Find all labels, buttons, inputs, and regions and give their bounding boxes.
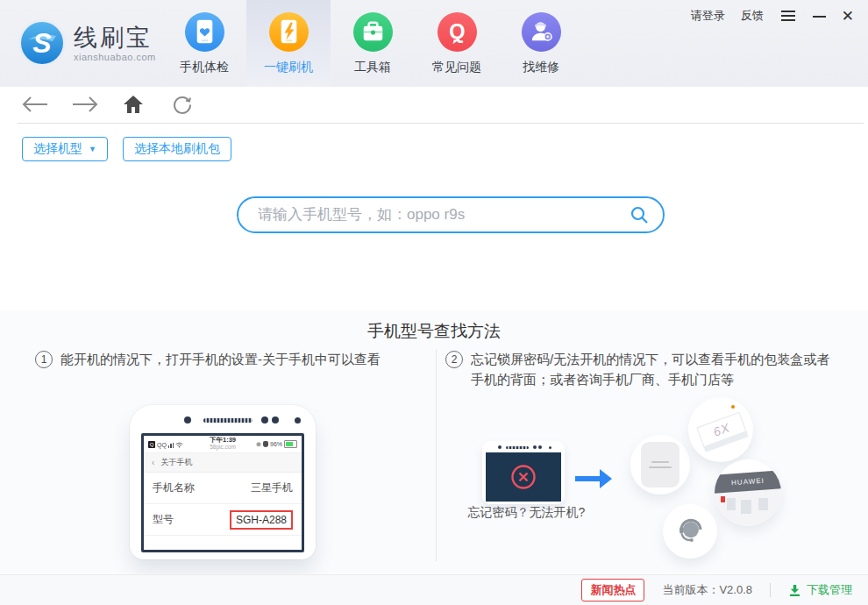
nav-label: 找维修: [523, 60, 559, 75]
search-icon[interactable]: [630, 205, 649, 224]
packaging-box: 6X: [696, 412, 746, 447]
logo-icon: S: [18, 18, 67, 68]
tab-toolbox[interactable]: 工具箱: [331, 0, 415, 87]
status-time: 下午1:39: [144, 437, 302, 444]
battery-icon: [284, 440, 297, 448]
model-label: 型号: [153, 512, 174, 527]
settings-screen: Q QQ 下午1:39 58pic.com ⊕: [141, 433, 304, 552]
model-value-highlight: SGH-A288: [230, 510, 293, 530]
status-bar-footer: 新闻热点 当前版本：V2.0.8 下载管理: [0, 574, 868, 605]
method-1: 1 能开机的情况下，打开手机的设置-关于手机中可以查看: [35, 349, 425, 369]
method-1-number: 1: [35, 351, 53, 368]
method-2-text: 忘记锁屏密码/无法开机的情况下，可以查看手机的包装盒或者手机的背面；或者咨询手机…: [471, 349, 842, 389]
tab-faq[interactable]: Q 常见问题: [415, 0, 499, 87]
column-divider: [436, 349, 437, 561]
model-lookup-guide: 手机型号查找方法 1 能开机的情况下，打开手机的设置-关于手机中可以查看 2 忘…: [0, 310, 868, 573]
phone-name-value: 三星手机: [251, 480, 293, 495]
app-header: S 线刷宝 xianshuabao.com 手机体检: [0, 0, 868, 87]
phone-name-row: 手机名称 三星手机: [144, 473, 302, 504]
toolbar-divider: [18, 123, 864, 124]
toolbox-icon: [352, 11, 394, 53]
model-search-box: [237, 196, 665, 233]
tab-phone-checkup[interactable]: 手机体检: [162, 0, 246, 87]
version-label: 当前版本：V2.0.8: [662, 582, 752, 598]
box-logo-dot: [731, 405, 735, 409]
tab-one-key-flash[interactable]: 一键刷机: [246, 0, 331, 87]
method-1-text: 能开机的情况下，打开手机的设置-关于手机中可以查看: [60, 349, 381, 369]
phone-checkup-icon: [184, 11, 225, 53]
error-screen: [486, 452, 561, 502]
nav-label: 工具箱: [354, 60, 391, 75]
close-button[interactable]: ✕: [842, 9, 854, 24]
tab-find-repair[interactable]: 找维修: [499, 0, 583, 87]
brand-domain: xianshuabao.com: [74, 52, 156, 62]
model-row: 型号 SGH-A288: [144, 504, 302, 536]
news-hotspot-button[interactable]: 新闻热点: [581, 579, 644, 601]
store-flag: [721, 496, 725, 502]
status-bar: Q QQ 下午1:39 58pic.com ⊕: [144, 436, 302, 453]
menu-icon[interactable]: [779, 9, 797, 23]
speaker-grille: [203, 418, 253, 423]
download-icon: [788, 584, 801, 597]
method-2-number: 2: [445, 351, 463, 368]
phone-back-label: [641, 442, 679, 488]
about-phone-title: 关于手机: [160, 457, 192, 468]
select-model-label: 选择机型: [33, 141, 82, 157]
settings-phone-illustration: Q QQ 下午1:39 58pic.com ⊕: [130, 405, 316, 559]
nav-label: 手机体检: [180, 60, 229, 75]
refresh-icon[interactable]: [172, 94, 193, 118]
sensor-dot: [261, 416, 268, 424]
minimize-button[interactable]: [813, 16, 826, 18]
app-logo: S 线刷宝 xianshuabao.com: [18, 18, 156, 68]
packaging-box-circle: 6X: [688, 397, 753, 462]
error-x-icon: [509, 463, 537, 491]
box-model-label: 6X: [711, 420, 731, 439]
model-search-input[interactable]: [238, 206, 630, 224]
guide-title: 手机型号查找方法: [0, 320, 868, 343]
customer-service-icon: [673, 516, 707, 546]
nav-label: 一键刷机: [264, 60, 313, 75]
store-sign-text: HUAWEI: [731, 477, 765, 488]
faq-icon: Q: [437, 11, 478, 53]
main-nav: 手机体检 一键刷机: [162, 0, 583, 87]
footer-divider: [770, 583, 771, 597]
sensor-dot: [272, 416, 279, 424]
method-2: 2 忘记锁屏密码/无法开机的情况下，可以查看手机的包装盒或者手机的背面；或者咨询…: [445, 349, 842, 389]
select-model-button[interactable]: 选择机型 ▼: [22, 137, 108, 161]
browser-toolbar: [0, 87, 868, 123]
nav-label: 常见问题: [432, 60, 481, 75]
one-key-flash-icon: [268, 11, 309, 53]
chevron-down-icon: ▼: [89, 146, 96, 153]
select-local-package-label: 选择本地刷机包: [134, 141, 220, 157]
phone-back-label-circle: [630, 435, 690, 495]
camera-dot: [184, 416, 191, 424]
locked-phone-illustration: [482, 441, 565, 504]
back-icon[interactable]: [21, 95, 49, 117]
forward-icon[interactable]: [71, 95, 99, 117]
feedback-link[interactable]: 反馈: [741, 8, 764, 24]
camera-dot: [295, 417, 301, 424]
svg-text:S: S: [32, 27, 52, 59]
find-repair-icon: [521, 11, 562, 53]
brand-store-circle: HUAWEI: [715, 459, 781, 526]
watermark: 58pic.com: [144, 444, 302, 451]
brand-name: 线刷宝: [74, 25, 156, 51]
download-manager-label: 下载管理: [807, 582, 852, 598]
locked-phone-caption: 忘记密码？无法开机?: [463, 505, 590, 521]
login-link[interactable]: 请登录: [691, 8, 725, 24]
download-manager-button[interactable]: 下载管理: [788, 582, 852, 598]
home-icon[interactable]: [123, 94, 144, 118]
phone-name-label: 手机名称: [153, 480, 195, 495]
arrow-right-icon: [573, 466, 614, 495]
select-local-package-button[interactable]: 选择本地刷机包: [123, 137, 231, 161]
customer-service-circle: [663, 504, 717, 559]
back-chevron-icon: ‹: [152, 458, 154, 467]
about-phone-navbar: ‹ 关于手机: [144, 453, 302, 473]
